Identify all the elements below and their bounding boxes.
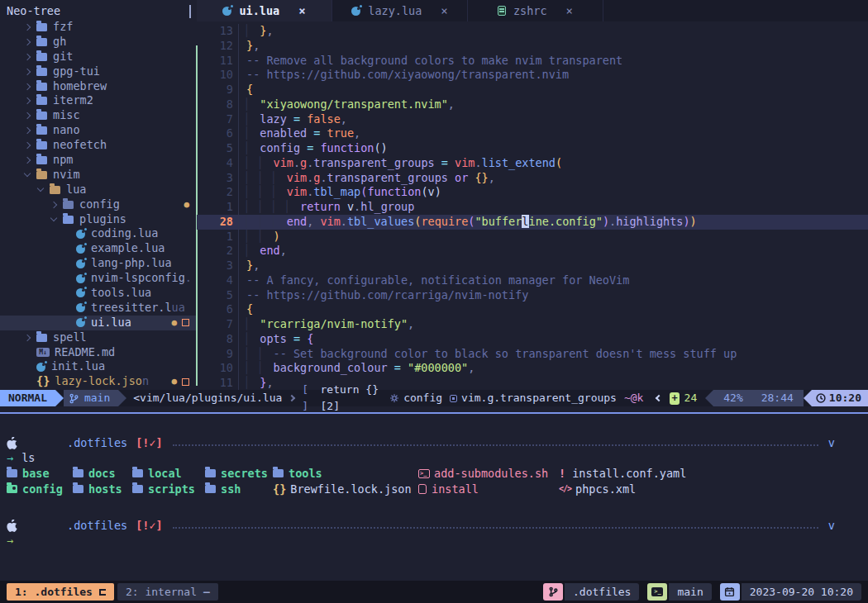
- line-number: 1: [197, 200, 233, 215]
- ls-entry-base: base: [7, 466, 50, 481]
- markdown-icon: M↓: [36, 348, 50, 357]
- code-line[interactable]: 1▏ ▏ ): [197, 230, 868, 245]
- line-number: 3: [197, 259, 233, 273]
- chevron-right-icon: [24, 83, 31, 89]
- lua-icon: [36, 363, 45, 372]
- code-line[interactable]: 28▏ ▏ ▏ end, vim.tbl_values(require("buf…: [197, 215, 868, 230]
- code-line[interactable]: 1▏ ▏ ▏ ▏ return v.hl_group: [197, 200, 868, 215]
- folder-icon: [36, 171, 47, 179]
- neotree-item-config[interactable]: config●: [0, 197, 196, 212]
- neotree-item-gpg-tui[interactable]: gpg-tui: [0, 64, 196, 79]
- entry-name: install.conf.yaml: [572, 466, 686, 481]
- neotree-item-nvim-lspconfig[interactable]: nvim-lspconfig.: [0, 271, 196, 286]
- shell-pane[interactable]: .dotfiles [!✓] v → ls basedocslocalsecre…: [0, 414, 868, 581]
- command-line-empty[interactable]: →: [7, 533, 861, 548]
- terminal-window: Neo-tree fzfghgitgpg-tuihomebrewiterm2mi…: [0, 0, 868, 603]
- item-label: misc: [53, 108, 80, 123]
- neotree-item-nano[interactable]: nano: [0, 123, 196, 138]
- neotree-item-readme-md[interactable]: M↓README.md: [0, 345, 196, 360]
- tab-zshrc[interactable]: zshrc×: [468, 0, 603, 21]
- code-line[interactable]: 13▏ },: [197, 24, 868, 39]
- neotree-item-tools-lua[interactable]: tools.lua: [0, 286, 196, 301]
- neotree-item-nvim[interactable]: nvim: [0, 168, 196, 183]
- close-icon[interactable]: ×: [298, 3, 305, 18]
- code-line[interactable]: 6▏ enabled = true,: [197, 126, 868, 141]
- code-line[interactable]: 9{: [197, 83, 868, 97]
- folder-icon: [36, 141, 47, 150]
- code-line[interactable]: 10-- https://github.com/xiyaowong/transp…: [197, 68, 868, 83]
- neotree-item-lang-php-lua[interactable]: lang-php.lua: [0, 256, 196, 271]
- ls-entry-tools: tools: [273, 466, 322, 481]
- lua-icon: [76, 230, 85, 239]
- statusline: NORMAL main <vim/lua/plugins/ui.lua [ ]r…: [0, 390, 868, 406]
- neotree-item-lua[interactable]: lua: [0, 183, 196, 197]
- neotree-item-lazy-lock-jso[interactable]: {}lazy-lock.json●: [0, 374, 196, 389]
- item-badges: ●: [184, 197, 189, 212]
- item-label: nvim-lspconfig.: [91, 271, 192, 286]
- line-number: 9: [197, 83, 233, 97]
- neotree-title: Neo-tree: [0, 0, 196, 20]
- code-line[interactable]: 6{: [197, 302, 868, 317]
- close-icon[interactable]: ×: [566, 3, 573, 18]
- cursor-position: 28:44: [761, 390, 794, 406]
- code-line[interactable]: 12},: [197, 39, 868, 54]
- neotree-item-git[interactable]: git: [0, 50, 196, 64]
- prompt-filler: [173, 444, 818, 446]
- chevron-right-icon: [24, 112, 31, 119]
- neotree-item-misc[interactable]: misc: [0, 108, 196, 123]
- code-line[interactable]: 8▏ "xiyaowong/transparent.nvim",: [197, 97, 868, 112]
- tmux-window-1-dotfiles[interactable]: 1: .dotfiles: [7, 583, 114, 601]
- file-path: <vim/lua/plugins/ui.lua: [133, 390, 282, 406]
- tab-lazy-lua[interactable]: lazy.lua×: [332, 0, 468, 21]
- chevron-left-icon: [656, 395, 662, 401]
- code-line[interactable]: 11▏ },: [197, 376, 868, 390]
- tab-ui-lua[interactable]: ui.lua×: [197, 0, 332, 21]
- neotree-item-spell[interactable]: spell: [0, 330, 196, 345]
- code-line[interactable]: 5-- https://github.com/rcarriga/nvim-not…: [197, 288, 868, 303]
- neotree-item-iterm2[interactable]: iterm2: [0, 93, 196, 108]
- item-label: homebrew: [53, 79, 107, 94]
- code-line[interactable]: 4-- A fancy, configurable, notification …: [197, 273, 868, 288]
- modified-dot-icon: ●: [184, 197, 189, 212]
- chevron-down-icon: [24, 170, 31, 177]
- line-text: {: [238, 302, 868, 317]
- code-line[interactable]: 10▏ ▏ background_colour = "#000000",: [197, 361, 868, 376]
- powerline-separator: [705, 390, 713, 406]
- code-line[interactable]: 7▏ lazy = false,: [197, 112, 868, 127]
- code-line[interactable]: 2▏ end,: [197, 244, 868, 259]
- item-label: lua: [66, 183, 86, 197]
- neotree-item-coding-lua[interactable]: coding.lua: [0, 226, 196, 241]
- code-line[interactable]: 3▏ ▏ ▏ vim.g.transparent_groups or {},: [197, 171, 868, 186]
- code-line[interactable]: 8▏ opts = {: [197, 332, 868, 347]
- close-icon[interactable]: ×: [441, 3, 447, 18]
- code-editor[interactable]: 13▏ },12},11-- Remove all background col…: [197, 21, 868, 390]
- neotree-item-example-lua[interactable]: example.lua: [0, 241, 196, 256]
- code-line[interactable]: 3},: [197, 259, 868, 273]
- neotree-item-gh[interactable]: gh: [0, 35, 196, 50]
- tmux-window-2-internal[interactable]: 2: internal—: [117, 583, 218, 601]
- item-label: gh: [53, 35, 66, 50]
- chevron-right-icon: [50, 201, 57, 207]
- code-line[interactable]: 11-- Remove all background colors to mak…: [197, 54, 868, 69]
- tab-label: ui.lua: [239, 3, 279, 18]
- code-line[interactable]: 4▏ ▏ vim.g.transparent_groups = vim.list…: [197, 156, 868, 171]
- code-line[interactable]: 5▏ config = function(): [197, 141, 868, 156]
- neotree-item-npm[interactable]: npm: [0, 153, 196, 168]
- neotree-item-init-lua[interactable]: init.lua: [0, 359, 196, 374]
- neotree-scrollbar[interactable]: [189, 5, 191, 18]
- neotree-item-treesitter-l[interactable]: treesitter.lua: [0, 301, 196, 316]
- neotree-item-ui-lua[interactable]: ui.lua●: [0, 316, 196, 330]
- line-text: ▏ enabled = true,: [238, 126, 868, 141]
- item-label: nano: [53, 123, 80, 138]
- line-number: 12: [197, 39, 233, 54]
- line-text: ▏ opts = {: [238, 332, 868, 347]
- code-line[interactable]: 7▏ "rcarriga/nvim-notify",: [197, 317, 868, 332]
- neotree-item-plugins[interactable]: plugins: [0, 212, 196, 227]
- folder-icon: [36, 156, 47, 164]
- code-line[interactable]: 2▏ ▏ ▏ vim.tbl_map(function(v): [197, 185, 868, 200]
- neotree-item-fzf[interactable]: fzf: [0, 20, 196, 35]
- neotree-item-homebrew[interactable]: homebrew: [0, 79, 196, 94]
- neotree-item-neofetch[interactable]: neofetch: [0, 138, 196, 153]
- code-line[interactable]: 9▏ ▏ -- Set background color to black so…: [197, 347, 868, 362]
- breadcrumb-block: [ ]return {} [2]: [302, 390, 382, 406]
